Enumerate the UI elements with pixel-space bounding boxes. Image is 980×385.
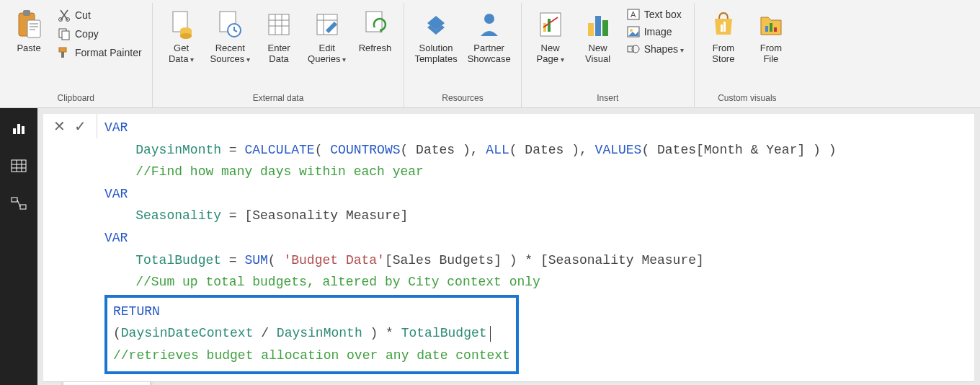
edit-queries-icon: [314, 7, 340, 42]
svg-rect-41: [723, 22, 726, 32]
edit-queries-label: Edit Queries: [308, 43, 346, 65]
report-view-button[interactable]: [9, 120, 29, 137]
svg-rect-53: [12, 198, 17, 202]
image-label: Image: [644, 26, 672, 37]
svg-rect-3: [30, 23, 38, 25]
svg-rect-11: [61, 52, 64, 58]
group-label-custom-visuals: Custom visuals: [718, 90, 776, 107]
svg-rect-48: [12, 160, 26, 172]
refresh-button[interactable]: Refresh: [353, 4, 396, 54]
formula-bar: ✕ ✓ VAR DaysinMonth = CALCULATE( COUNTRO…: [43, 114, 974, 382]
ribbon-group-clipboard: Paste Cut Copy: [0, 3, 153, 107]
data-view-icon: [10, 159, 27, 173]
ribbon-group-insert: New Page New Visual A Text box: [522, 3, 695, 107]
enter-data-label: Enter Data: [268, 43, 290, 65]
refresh-icon: [362, 7, 388, 42]
from-store-button[interactable]: From Store: [702, 4, 745, 65]
shapes-icon: [627, 43, 640, 55]
new-page-icon: [536, 7, 565, 42]
cut-icon: [58, 9, 71, 22]
ribbon-group-resources: Solution Templates Partner Showcase Reso…: [404, 3, 521, 107]
svg-rect-30: [548, 19, 551, 32]
cut-button[interactable]: Cut: [58, 9, 142, 22]
recent-sources-icon: [217, 7, 243, 42]
body: Allo City Na Au ✕ ✓ VAR DaysinMonth = CA…: [0, 108, 980, 385]
svg-text:A: A: [631, 10, 636, 19]
ribbon-group-external-data: Get Data Recent Sources Enter Data Edit …: [153, 3, 405, 107]
new-visual-icon: [584, 7, 612, 42]
from-file-icon: [757, 7, 785, 42]
svg-rect-5: [30, 29, 35, 30]
text-box-label: Text box: [644, 9, 682, 20]
copy-icon: [58, 27, 71, 40]
new-page-label: New Page: [537, 43, 564, 65]
report-view-icon: [10, 121, 27, 136]
paste-label: Paste: [17, 43, 40, 54]
get-data-label: Get Data: [169, 43, 194, 65]
shapes-label: Shapes: [644, 43, 684, 55]
svg-line-55: [17, 200, 20, 207]
solution-templates-label: Solution Templates: [414, 43, 457, 65]
recent-sources-button[interactable]: Recent Sources: [208, 4, 253, 65]
canvas-area: Allo City Na Au ✕ ✓ VAR DaysinMonth = CA…: [37, 108, 980, 385]
new-page-button[interactable]: New Page: [529, 4, 572, 65]
enter-data-button[interactable]: Enter Data: [257, 4, 300, 65]
svg-point-15: [180, 33, 192, 39]
svg-rect-1: [23, 10, 30, 16]
from-store-label: From Store: [712, 43, 734, 65]
cancel-formula-button[interactable]: ✕: [53, 118, 66, 135]
model-view-icon: [10, 196, 27, 211]
format-painter-button[interactable]: Format Painter: [58, 46, 142, 59]
cut-label: Cut: [75, 9, 91, 21]
get-data-icon: [169, 7, 195, 42]
group-label-clipboard: Clipboard: [58, 90, 94, 107]
image-icon: [627, 26, 640, 37]
svg-rect-31: [588, 23, 594, 36]
text-box-button[interactable]: A Text box: [627, 9, 684, 20]
svg-rect-46: [17, 124, 20, 134]
edit-queries-button[interactable]: Edit Queries: [305, 4, 349, 65]
svg-rect-10: [59, 48, 66, 52]
copy-label: Copy: [75, 28, 99, 40]
recent-sources-label: Recent Sources: [210, 43, 250, 65]
svg-rect-44: [774, 27, 777, 32]
svg-rect-4: [30, 26, 38, 27]
text-box-icon: A: [627, 9, 640, 20]
dax-editor[interactable]: VAR DaysinMonth = CALCULATE( COUNTROWS( …: [97, 114, 974, 381]
commit-formula-button[interactable]: ✓: [74, 118, 86, 135]
svg-rect-47: [22, 126, 24, 134]
ribbon-group-custom-visuals: From Store From File Custom visuals: [695, 3, 800, 107]
group-label-resources: Resources: [442, 90, 483, 107]
partner-showcase-button[interactable]: Partner Showcase: [465, 4, 514, 65]
new-visual-label: New Visual: [585, 43, 610, 65]
image-button[interactable]: Image: [627, 26, 684, 37]
refresh-label: Refresh: [359, 43, 392, 54]
from-file-button[interactable]: From File: [749, 4, 793, 65]
svg-rect-54: [20, 205, 26, 209]
svg-rect-32: [595, 16, 601, 36]
model-view-button[interactable]: [9, 195, 29, 212]
shapes-button[interactable]: Shapes: [627, 43, 684, 55]
svg-rect-42: [765, 26, 768, 32]
svg-rect-43: [770, 23, 772, 32]
group-label-insert: Insert: [597, 90, 618, 107]
data-view-button[interactable]: [9, 157, 29, 174]
svg-point-27: [484, 14, 494, 24]
group-label-external-data: External data: [253, 90, 304, 107]
partner-showcase-icon: [475, 7, 504, 42]
from-file-label: From File: [760, 43, 782, 65]
svg-rect-18: [269, 14, 289, 35]
solution-templates-button[interactable]: Solution Templates: [411, 4, 460, 65]
from-store-icon: [709, 7, 738, 42]
svg-point-37: [630, 29, 633, 32]
copy-button[interactable]: Copy: [58, 27, 142, 40]
paste-button[interactable]: Paste: [7, 4, 50, 54]
svg-rect-45: [13, 128, 16, 134]
solution-templates-icon: [422, 7, 450, 42]
partner-showcase-label: Partner Showcase: [468, 43, 511, 65]
format-painter-icon: [58, 46, 71, 59]
paste-icon: [14, 7, 43, 42]
get-data-button[interactable]: Get Data: [160, 4, 203, 65]
ribbon: Paste Cut Copy: [0, 0, 980, 108]
new-visual-button[interactable]: New Visual: [576, 4, 620, 65]
